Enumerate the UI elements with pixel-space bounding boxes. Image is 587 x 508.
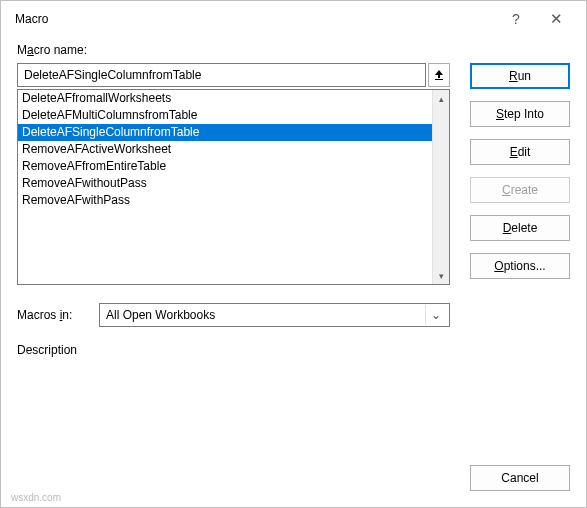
macros-in-label: Macros in: xyxy=(17,308,87,322)
edit-button[interactable]: Edit xyxy=(470,139,570,165)
macros-in-value: All Open Workbooks xyxy=(106,308,215,322)
macros-in-select[interactable]: All Open Workbooks ⌄ xyxy=(99,303,450,327)
create-button: Create xyxy=(470,177,570,203)
list-item[interactable]: RemoveAFwithPass xyxy=(18,192,432,209)
watermark: wsxdn.com xyxy=(11,492,61,503)
run-button[interactable]: Run xyxy=(470,63,570,89)
description-area xyxy=(17,357,570,397)
delete-button[interactable]: Delete xyxy=(470,215,570,241)
list-item[interactable]: DeleteAFMultiColumnsfromTable xyxy=(18,107,432,124)
scroll-down-icon[interactable]: ▾ xyxy=(433,267,450,284)
scroll-up-icon[interactable]: ▴ xyxy=(433,90,450,107)
go-to-macro-button[interactable] xyxy=(428,63,450,87)
close-icon[interactable]: ✕ xyxy=(536,4,576,34)
macro-name-input[interactable] xyxy=(17,63,426,87)
scrollbar[interactable]: ▴ ▾ xyxy=(432,90,449,284)
cancel-button[interactable]: Cancel xyxy=(470,465,570,491)
list-item[interactable]: RemoveAFActiveWorksheet xyxy=(18,141,432,158)
description-label: Description xyxy=(17,343,570,357)
chevron-down-icon: ⌄ xyxy=(425,305,445,325)
list-item[interactable]: RemoveAFfromEntireTable xyxy=(18,158,432,175)
help-icon[interactable]: ? xyxy=(496,5,536,33)
macro-list[interactable]: DeleteAFfromallWorksheetsDeleteAFMultiCo… xyxy=(17,89,450,285)
step-into-button[interactable]: Step Into xyxy=(470,101,570,127)
arrow-up-icon xyxy=(433,69,445,81)
options-button[interactable]: Options... xyxy=(470,253,570,279)
list-item[interactable]: RemoveAFwithoutPass xyxy=(18,175,432,192)
list-item[interactable]: DeleteAFfromallWorksheets xyxy=(18,90,432,107)
list-item[interactable]: DeleteAFSingleColumnfromTable xyxy=(18,124,432,141)
dialog-title: Macro xyxy=(15,12,496,26)
macro-name-label: Macro name: xyxy=(17,43,570,57)
